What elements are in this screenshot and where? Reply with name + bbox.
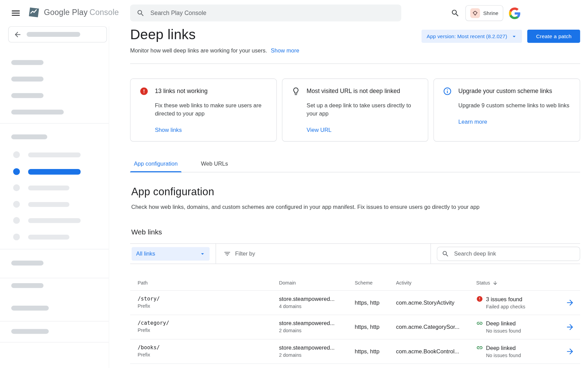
- links-filter-dropdown[interactable]: All links: [132, 247, 210, 261]
- sidebar: [0, 0, 109, 368]
- skeleton-nav-icon: [13, 201, 20, 208]
- show-links-link[interactable]: Show links: [155, 126, 182, 133]
- sort-descending-icon: [492, 280, 498, 286]
- arrow-forward-icon[interactable]: [565, 347, 574, 356]
- arrow-forward-icon[interactable]: [565, 298, 574, 307]
- filter-divider: [430, 244, 431, 263]
- lightbulb-icon: [291, 87, 300, 96]
- skeleton-bar: [11, 110, 64, 114]
- filter-bar: All links Filter by: [130, 243, 580, 264]
- arrow-back-icon: [14, 30, 22, 39]
- sidebar-divider: [0, 321, 109, 321]
- scheme-value: https, http: [355, 324, 396, 330]
- skeleton-nav-label: [28, 152, 81, 157]
- skeleton-nav-label: [28, 235, 69, 240]
- chevron-down-icon: [511, 33, 518, 40]
- card-title: Upgrade your custom scheme links: [458, 88, 552, 95]
- card-title: 13 links not working: [155, 88, 208, 95]
- tab-bar: App configuration Web URLs: [130, 155, 580, 172]
- play-console-logo-icon: [28, 7, 40, 18]
- logo-text: Google PlayConsole: [44, 8, 119, 17]
- card-title: Most visited URL is not deep linked: [307, 88, 400, 95]
- status-text: Deep linked: [486, 320, 516, 326]
- domain-count: 2 domains: [279, 352, 355, 358]
- status-detail: Failed app checks: [486, 304, 559, 310]
- skeleton-bar: [11, 329, 49, 334]
- skeleton-nav-icon: [13, 151, 20, 158]
- path-type: Prefix: [137, 352, 279, 358]
- create-patch-button[interactable]: Create a patch: [527, 30, 580, 43]
- section-description: Check how web links, domains, and custom…: [131, 203, 580, 210]
- filter-by-button[interactable]: Filter by: [224, 250, 255, 257]
- arrow-forward-icon[interactable]: [565, 322, 574, 331]
- back-button[interactable]: [8, 26, 107, 42]
- play-console-page: Google PlayConsole Shrine: [0, 0, 588, 368]
- learn-more-link[interactable]: Learn more: [458, 118, 487, 125]
- app-selector[interactable]: Shrine: [465, 5, 503, 21]
- global-search-input[interactable]: [150, 9, 395, 17]
- card-most-visited-url: Most visited URL is not deep linked Set …: [282, 78, 428, 141]
- skeleton-bar: [11, 93, 44, 98]
- deep-link-search[interactable]: [437, 246, 580, 261]
- card-links-not-working: 13 links not working Fix these web links…: [130, 78, 277, 141]
- column-header-path: Path: [137, 280, 279, 286]
- card-body: Set up a deep link to take users directl…: [307, 102, 419, 118]
- activity-value: com.acme.StoryActivity: [396, 299, 476, 306]
- path-value: /books/: [137, 344, 279, 351]
- global-search[interactable]: [130, 4, 401, 21]
- column-header-status[interactable]: Status: [476, 280, 560, 286]
- show-more-link[interactable]: Show more: [271, 47, 299, 54]
- domain-value: store.steampowered...: [279, 320, 355, 326]
- skeleton-nav-label: [28, 185, 69, 190]
- sidebar-divider: [0, 278, 109, 278]
- table-row[interactable]: /books/ Prefix store.steampowered... 2 d…: [130, 339, 580, 364]
- activity-value: com.acme.BookControl...: [396, 348, 476, 355]
- error-icon: [140, 87, 148, 96]
- scheme-value: https, http: [355, 348, 396, 355]
- path-type: Prefix: [137, 303, 279, 309]
- main-content: Deep links Monitor how well deep links a…: [130, 26, 580, 368]
- card-body: Upgrade 9 custom scheme links to web lin…: [458, 102, 571, 110]
- column-header-domain: Domain: [279, 280, 355, 286]
- insight-cards: 13 links not working Fix these web links…: [130, 78, 580, 141]
- skeleton-bar: [11, 60, 44, 65]
- sidebar-item-active[interactable]: [28, 169, 81, 175]
- topbar-actions: Shrine: [451, 5, 520, 21]
- skeleton-nav-label: [28, 218, 81, 223]
- skeleton-bar: [11, 135, 47, 139]
- view-url-link[interactable]: View URL: [307, 126, 331, 133]
- table-row[interactable]: /item/ store.steampowered... Deep linked: [130, 364, 580, 368]
- app-selector-label: Shrine: [483, 10, 499, 16]
- table-row[interactable]: /category/ Prefix store.steampowered... …: [130, 315, 580, 340]
- domain-value: store.steampowered...: [279, 295, 355, 302]
- app-version-dropdown[interactable]: App version: Most recent (8.2.027): [421, 30, 522, 43]
- search-icon[interactable]: [451, 9, 459, 17]
- status-detail: No issues found: [486, 328, 559, 334]
- column-header-scheme: Scheme: [355, 280, 396, 286]
- menu-icon[interactable]: [11, 8, 21, 18]
- active-nav-icon: [13, 168, 20, 175]
- tab-app-configuration[interactable]: App configuration: [130, 155, 181, 172]
- activity-value: com.acme.CategorySor...: [396, 324, 476, 330]
- filter-by-label: Filter by: [235, 250, 255, 257]
- google-account-avatar[interactable]: [509, 7, 520, 19]
- skeleton-bar: [11, 283, 44, 288]
- status-text: 3 issues found: [486, 296, 522, 302]
- domain-value: store.steampowered...: [279, 344, 355, 351]
- chevron-down-icon: [199, 250, 206, 257]
- card-body: Fix these web links to make sure users a…: [155, 102, 267, 118]
- table-row[interactable]: /story/ Prefix store.steampowered... 4 d…: [130, 291, 580, 315]
- status-text: Deep linked: [486, 344, 516, 351]
- skeleton-nav-icon: [13, 184, 20, 191]
- domain-count: 4 domains: [279, 303, 355, 309]
- domain-count: 2 domains: [279, 328, 355, 334]
- path-type: Prefix: [137, 327, 279, 333]
- sidebar-divider: [0, 249, 109, 249]
- deep-link-search-input[interactable]: [453, 250, 575, 257]
- tab-web-urls[interactable]: Web URLs: [197, 155, 232, 172]
- play-console-logo[interactable]: Google PlayConsole: [28, 7, 119, 18]
- skeleton-bar: [11, 261, 44, 265]
- table-header: Path Domain Scheme Activity Status: [130, 276, 580, 291]
- link-icon: [476, 320, 483, 327]
- skeleton-nav-icon: [13, 233, 20, 240]
